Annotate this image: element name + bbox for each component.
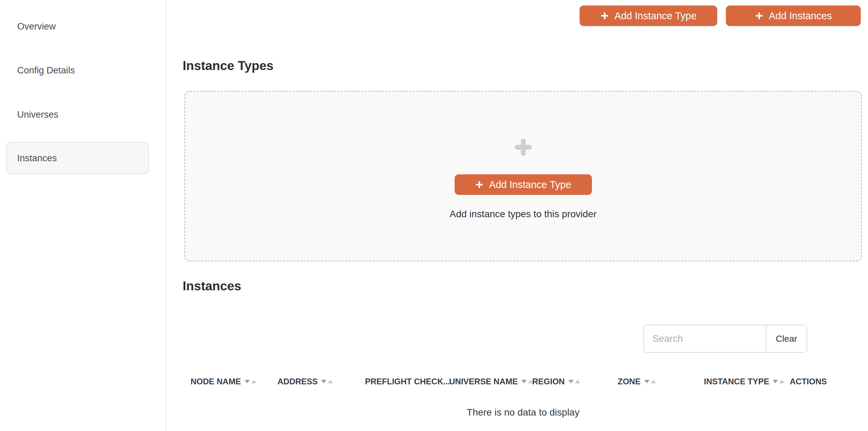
sort-desc-icon [244,380,250,383]
sort-icons[interactable] [644,380,656,383]
sort-desc-icon [644,380,650,383]
column-header-universe-name[interactable]: UNIVERSE NAME [449,377,532,386]
sidebar-item-label: Universes [17,109,58,120]
plus-icon [513,137,533,157]
button-label: Add Instances [769,10,832,22]
sort-icons[interactable] [568,380,580,383]
column-header-instance-type[interactable]: INSTANCE TYPE [704,377,790,386]
sidebar-item-config-details[interactable]: Config Details [6,54,149,86]
instances-title: Instances [183,279,241,294]
sort-icons[interactable] [321,380,333,383]
sidebar-item-universes[interactable]: Universes [6,98,149,131]
plus-icon [475,180,484,189]
sort-icons[interactable] [773,380,785,383]
sort-desc-icon [568,380,574,383]
button-label: Add Instance Type [489,179,571,190]
sidebar: Overview Config Details Universes Instan… [0,0,166,431]
sort-asc-icon [328,380,333,383]
column-header-actions: ACTIONS [790,377,845,386]
column-label: REGION [532,377,565,386]
button-label: Add Instance Type [614,10,697,22]
sort-icons[interactable] [521,380,533,383]
sort-asc-icon [251,380,256,383]
empty-state-caption: Add instance types to this provider [185,209,861,220]
sort-icons[interactable] [244,380,256,383]
sidebar-item-label: Overview [17,21,56,32]
table-header: NODE NAME ADDRESS PREFLIGHT CHECK... UNI… [191,374,868,389]
instance-types-title: Instance Types [183,58,274,73]
sidebar-item-overview[interactable]: Overview [6,10,149,43]
search-group: Clear [643,325,807,353]
plus-icon [755,11,764,20]
sidebar-item-label: Config Details [17,65,75,76]
column-label: UNIVERSE NAME [449,377,518,386]
add-instance-type-button[interactable]: Add Instance Type [580,5,717,26]
column-header-zone[interactable]: ZONE [618,377,704,386]
column-label: INSTANCE TYPE [704,377,769,386]
provider-details-page: Overview Config Details Universes Instan… [0,0,868,431]
sidebar-item-label: Instances [17,153,57,164]
table-empty-message: There is no data to display [184,407,862,418]
column-header-address[interactable]: ADDRESS [277,377,365,386]
column-label: ACTIONS [790,377,827,386]
sort-desc-icon [321,380,327,383]
column-header-node-name[interactable]: NODE NAME [191,377,277,386]
clear-button[interactable]: Clear [766,325,807,352]
column-header-region[interactable]: REGION [532,377,618,386]
sort-desc-icon [773,380,778,383]
sidebar-item-instances[interactable]: Instances [6,142,149,174]
sort-asc-icon [779,380,785,383]
add-instances-button[interactable]: Add Instances [726,5,861,26]
sort-asc-icon [575,380,580,383]
column-label: PREFLIGHT CHECK... [365,377,450,386]
sort-asc-icon [651,380,656,383]
column-label: NODE NAME [191,377,241,386]
search-input[interactable] [644,325,766,352]
column-header-preflight-check: PREFLIGHT CHECK... [365,377,449,386]
panel-add-instance-type-button[interactable]: Add Instance Type [455,174,592,195]
column-label: ZONE [618,377,641,386]
instance-types-empty-panel: Add Instance Type Add instance types to … [184,91,862,261]
top-action-bar: Add Instance Type Add Instances [580,5,861,26]
sort-desc-icon [521,380,527,383]
column-label: ADDRESS [277,377,318,386]
plus-icon [600,11,609,20]
